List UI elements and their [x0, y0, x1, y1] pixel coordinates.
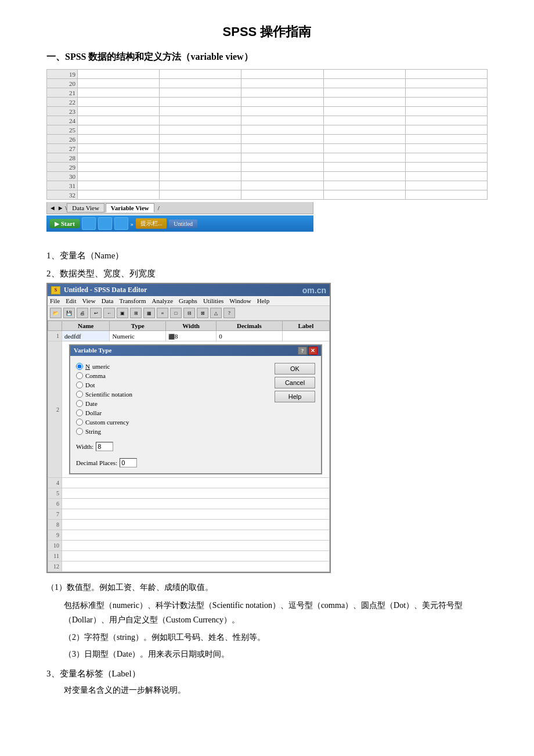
item1-label: 1、变量名（Name） [46, 250, 488, 261]
toolbar-btn-save[interactable]: 💾 [63, 308, 75, 318]
toolbar-btn-undo[interactable]: ↩ [90, 308, 102, 318]
type-custom[interactable]: Custom currency [76, 419, 269, 426]
menu-graphs[interactable]: Graphs [179, 297, 197, 304]
menu-help[interactable]: Help [257, 297, 269, 304]
cancel-button[interactable]: Cancel [275, 377, 315, 388]
toolbar-btn-print[interactable]: 🖨 [77, 308, 88, 318]
toolbar-btn-r2[interactable]: ⊞ [130, 308, 142, 318]
ok-button[interactable]: OK [275, 363, 315, 375]
variable-row-10: 10 [48, 541, 330, 551]
menu-utilities[interactable]: Utilities [203, 297, 223, 304]
col-label: Label [282, 321, 329, 331]
type-string[interactable]: String [76, 428, 269, 435]
spss-titlebar: S Untitled - SPSS Data Editor om.cn [48, 284, 330, 296]
menu-edit[interactable]: Edit [66, 297, 76, 304]
variable-row-1[interactable]: 1 dedfdf Numeric ⬛8 0 [48, 331, 330, 341]
col-type: Type [110, 321, 166, 331]
dialog-close-button[interactable]: ✕ [308, 347, 317, 355]
spss-editor-screenshot: S Untitled - SPSS Data Editor om.cn File… [46, 283, 331, 573]
taskbar-btn-1[interactable]: 提示栏... [136, 218, 167, 229]
desc2: 包括标准型（numeric）、科学计数法型（Scientific notatio… [64, 598, 488, 627]
desc1: （1）数值型。例如工资、年龄、成绩的取值。 [46, 580, 488, 595]
menu-window[interactable]: Window [229, 297, 251, 304]
toolbar-btn-r3[interactable]: ▦ [143, 308, 155, 318]
taskbar-icon-1 [82, 217, 96, 230]
taskbar-icon-2 [98, 217, 112, 230]
menu-file[interactable]: File [50, 297, 60, 304]
type-numeric[interactable]: Numeric [76, 363, 269, 370]
variable-row-7: 7 [48, 509, 330, 520]
variable-row-5: 5 [48, 488, 330, 499]
item3-desc: 对变量名含义的进一步解释说明。 [64, 683, 488, 697]
spreadsheet-table: 1920212223242526272829303132 [46, 69, 488, 200]
tab-arrows: ◄ ► \ [49, 204, 67, 211]
help-button[interactable]: Help [275, 391, 315, 402]
toolbar-btn-back[interactable]: ← [103, 308, 115, 318]
desc3: （2）字符型（string）。例如职工号码、姓名、性别等。 [64, 630, 488, 645]
col-name: Name [62, 321, 110, 331]
type-dollar[interactable]: Dollar [76, 409, 269, 416]
type-comma[interactable]: Comma [76, 372, 269, 379]
toolbar-btn-r5[interactable]: □ [170, 308, 182, 318]
dialog-help-icon[interactable]: ? [298, 347, 307, 355]
variable-row-6: 6 [48, 499, 330, 509]
spss-menubar: File Edit View Data Transform Analyze Gr… [48, 296, 330, 306]
toolbar-btn-open[interactable]: 📂 [50, 308, 62, 318]
cell-width[interactable]: ⬛8 [166, 331, 217, 341]
col-rownum [48, 321, 62, 331]
menu-data[interactable]: Data [102, 297, 114, 304]
menu-analyze[interactable]: Analyze [151, 297, 173, 304]
menu-view[interactable]: View [82, 297, 95, 304]
variable-row-12: 12 [48, 561, 330, 572]
toolbar-btn-r8[interactable]: △ [210, 308, 222, 318]
menu-transform[interactable]: Transform [119, 297, 146, 304]
item2-label: 2、数据类型、宽度、列宽度 [46, 268, 488, 279]
toolbar-btn-r6[interactable]: ⊟ [183, 308, 195, 318]
item3-label: 3、变量名标签（Label） [46, 668, 488, 679]
type-date[interactable]: Date [76, 400, 269, 407]
vtype-titlebar: Variable Type ? ✕ [70, 345, 321, 356]
taskbar-icon-3 [114, 217, 128, 230]
cell-type[interactable]: Numeric [110, 331, 166, 341]
variable-row-8: 8 [48, 520, 330, 530]
spss-toolbar: 📂 💾 🖨 ↩ ← ▣ ⊞ ▦ ≡ □ ⊟ ⊠ △ ? [48, 306, 330, 321]
toolbar-btn-r1[interactable]: ▣ [117, 308, 128, 318]
width-input[interactable] [96, 442, 113, 451]
taskbar-btn-2[interactable]: Untitled [169, 219, 197, 228]
start-button[interactable]: ▶ Start [50, 219, 80, 228]
variable-type-dialog: Variable Type ? ✕ Numeric [69, 344, 322, 474]
section1-title: 一、SPSS 数据的结构和定义方法（variable view） [46, 51, 488, 63]
decimal-places-input[interactable] [120, 458, 137, 467]
toolbar-btn-r7[interactable]: ⊠ [197, 308, 208, 318]
spss-app-icon: S [51, 286, 60, 294]
variable-row-4: 4 [48, 478, 330, 488]
variable-row-9: 9 [48, 530, 330, 541]
cell-label[interactable] [282, 331, 329, 341]
toolbar-btn-help[interactable]: ? [223, 308, 235, 318]
watermark: om.cn [302, 286, 326, 295]
type-scientific[interactable]: Scientific notation [76, 391, 269, 398]
variable-row-11: 11 [48, 551, 330, 561]
cell-decimals[interactable]: 0 [217, 331, 283, 341]
spss-variable-table: Name Type Width Decimals Label 1 dedfdf … [48, 321, 330, 572]
tab-data-view[interactable]: Data View [67, 203, 104, 213]
tab-variable-view[interactable]: Variable View [106, 203, 154, 213]
page-title: SPSS 操作指南 [46, 23, 488, 41]
taskbar: ▶ Start » 提示栏... Untitled [46, 215, 313, 232]
tab-bar[interactable]: ◄ ► \ Data View Variable View / [46, 202, 313, 214]
desc4: （3）日期型（Date）。用来表示日期或时间。 [64, 647, 488, 661]
type-dot[interactable]: Dot [76, 381, 269, 388]
toolbar-btn-r4[interactable]: ≡ [157, 308, 168, 318]
variable-row-2: 2 Variable Type ? ✕ [48, 341, 330, 478]
cell-name[interactable]: dedfdf [62, 331, 110, 341]
col-decimals: Decimals [217, 321, 283, 331]
spreadsheet-screenshot: 1920212223242526272829303132 ◄ ► \ Data … [46, 69, 488, 232]
col-width: Width [166, 321, 217, 331]
